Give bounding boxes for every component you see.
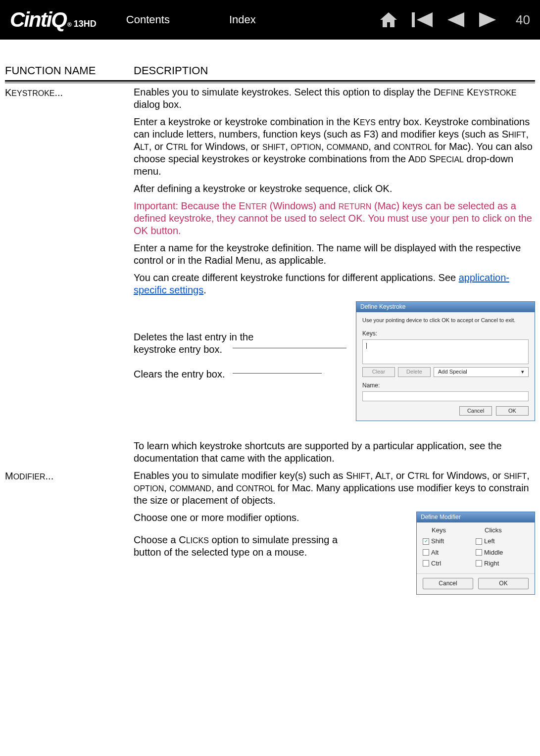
callout-delete-line (233, 348, 346, 348)
logo: CintiQ® 13HD (10, 8, 97, 32)
logo-reg: ® (67, 21, 71, 28)
chevron-down-icon: ▾ (521, 369, 524, 376)
dm-cancel-button[interactable]: Cancel (423, 578, 473, 589)
callout-clear: Clears the entry box. (134, 368, 225, 380)
callout-delete: Deletes the last entry in the keystroke … (134, 331, 262, 356)
dk-name-label: Name: (362, 382, 529, 389)
col-header-description: DESCRIPTION (134, 64, 535, 77)
callout-clear-line (233, 373, 322, 374)
modifier-description: Enables you to simulate modifier key(s) … (134, 470, 535, 601)
dk-delete-button[interactable]: Delete (398, 367, 431, 377)
header-bar: CintiQ® 13HD Contents Index 40 (0, 0, 540, 40)
svg-rect-1 (412, 12, 415, 27)
dk-cancel-button[interactable]: Cancel (459, 406, 492, 416)
col-header-function: FUNCTION NAME (5, 64, 134, 77)
dk-add-special-dropdown[interactable]: Add Special ▾ (434, 367, 529, 377)
svg-marker-4 (479, 12, 496, 27)
dm-right-checkbox[interactable] (476, 560, 482, 567)
page-content: FUNCTION NAME DESCRIPTION KEYSTROKE... E… (0, 40, 540, 601)
dm-left-checkbox[interactable] (476, 538, 482, 545)
dm-shift-checkbox[interactable]: ✓ (423, 538, 429, 545)
function-name-modifier: MODIFIER... (5, 470, 134, 601)
nav-index[interactable]: Index (229, 13, 256, 26)
svg-marker-2 (417, 12, 433, 27)
svg-marker-0 (380, 12, 397, 27)
define-modifier-dialog: Define Modifier Keys ✓Shift Alt Ctrl Cli… (416, 512, 535, 595)
next-page-icon[interactable] (479, 12, 496, 27)
prev-page-icon[interactable] (447, 12, 464, 27)
dk-keys-label: Keys: (362, 330, 529, 337)
keystroke-description: Enables you to simulate keystrokes. Sele… (134, 86, 535, 470)
dm-titlebar: Define Modifier (417, 512, 535, 522)
svg-marker-3 (447, 12, 464, 27)
dm-alt-checkbox[interactable] (423, 549, 429, 556)
dm-middle-checkbox[interactable] (476, 549, 482, 556)
dk-titlebar: Define Keystroke (356, 302, 535, 312)
dm-ok-button[interactable]: OK (478, 578, 529, 589)
home-icon[interactable] (380, 12, 397, 27)
table-rule (5, 80, 535, 83)
dk-name-input[interactable] (362, 391, 529, 401)
dk-clear-button[interactable]: Clear (362, 367, 395, 377)
important-note: Important: Because the ENTER (Windows) a… (134, 200, 535, 237)
logo-sub: 13HD (74, 19, 97, 29)
nav-contents[interactable]: Contents (126, 13, 170, 26)
dm-clicks-header: Clicks (476, 526, 529, 534)
define-keystroke-dialog: Define Keystroke Use your pointing devic… (356, 301, 535, 421)
dm-separator (417, 573, 535, 574)
dk-ok-button[interactable]: OK (496, 406, 529, 416)
dk-keys-input[interactable]: | (362, 339, 529, 364)
logo-main: CintiQ (10, 8, 66, 32)
first-page-icon[interactable] (412, 12, 433, 27)
function-name-keystroke: KEYSTROKE... (5, 86, 134, 470)
dk-hint: Use your pointing device to click OK to … (362, 317, 529, 324)
page-number-top: 40 (516, 12, 530, 28)
dm-ctrl-checkbox[interactable] (423, 560, 429, 567)
dm-keys-header: Keys (423, 526, 476, 534)
